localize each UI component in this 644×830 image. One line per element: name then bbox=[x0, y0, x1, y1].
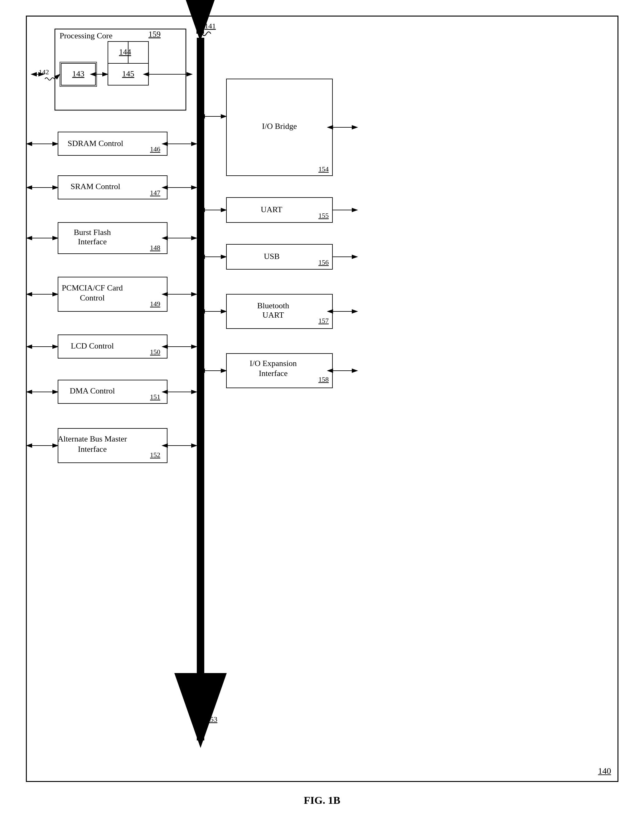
diagram-spacer bbox=[43, 29, 386, 762]
ref-140: 140 bbox=[598, 766, 611, 776]
outer-diagram-box: 140 Processing Core 159 144 143 bbox=[26, 16, 619, 782]
figure-caption: FIG. 1B bbox=[304, 794, 340, 806]
